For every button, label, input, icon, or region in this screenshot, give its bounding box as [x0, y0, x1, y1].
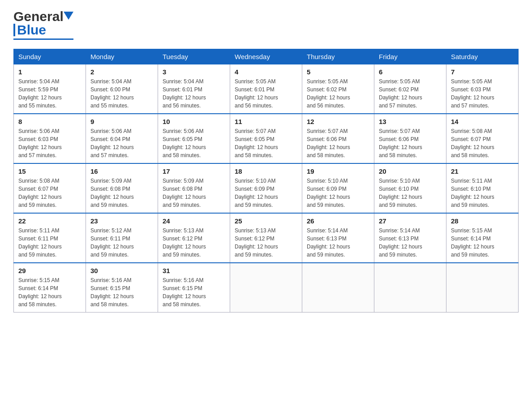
day-number: 25: [235, 217, 297, 225]
day-header-thursday: Thursday: [302, 49, 374, 64]
day-info: Sunrise: 5:05 AMSunset: 6:01 PMDaylight:…: [235, 77, 297, 110]
calendar-cell: 23Sunrise: 5:12 AMSunset: 6:11 PMDayligh…: [86, 213, 158, 263]
day-number: 9: [90, 118, 153, 125]
day-number: 24: [163, 217, 225, 225]
day-number: 3: [163, 68, 225, 76]
calendar-cell: 6Sunrise: 5:05 AMSunset: 6:02 PMDaylight…: [374, 64, 446, 114]
day-info: Sunrise: 5:13 AMSunset: 6:12 PMDaylight:…: [163, 227, 225, 259]
calendar-cell: 31Sunrise: 5:16 AMSunset: 6:15 PMDayligh…: [158, 263, 230, 313]
calendar-cell: [374, 263, 446, 313]
day-number: 6: [379, 68, 442, 76]
day-info: Sunrise: 5:06 AMSunset: 6:03 PMDaylight:…: [18, 127, 81, 159]
days-header-row: SundayMondayTuesdayWednesdayThursdayFrid…: [14, 49, 519, 64]
day-info: Sunrise: 5:10 AMSunset: 6:09 PMDaylight:…: [235, 177, 297, 209]
day-number: 17: [163, 167, 225, 175]
day-number: 13: [379, 118, 442, 125]
calendar-header: SundayMondayTuesdayWednesdayThursdayFrid…: [14, 49, 519, 64]
calendar-cell: 28Sunrise: 5:15 AMSunset: 6:14 PMDayligh…: [446, 213, 519, 263]
day-info: Sunrise: 5:07 AMSunset: 6:05 PMDaylight:…: [235, 127, 297, 159]
day-info: Sunrise: 5:13 AMSunset: 6:12 PMDaylight:…: [235, 227, 297, 259]
logo-underline: [13, 39, 73, 40]
day-number: 14: [451, 118, 514, 125]
day-info: Sunrise: 5:08 AMSunset: 6:07 PMDaylight:…: [18, 177, 81, 209]
day-number: 30: [90, 267, 153, 274]
day-info: Sunrise: 5:05 AMSunset: 6:02 PMDaylight:…: [307, 77, 369, 110]
calendar-cell: 25Sunrise: 5:13 AMSunset: 6:12 PMDayligh…: [230, 213, 302, 263]
week-row-2: 8Sunrise: 5:06 AMSunset: 6:03 PMDaylight…: [14, 114, 519, 163]
day-number: 10: [163, 118, 225, 125]
calendar-cell: 17Sunrise: 5:09 AMSunset: 6:08 PMDayligh…: [158, 163, 230, 213]
day-info: Sunrise: 5:04 AMSunset: 6:01 PMDaylight:…: [163, 77, 225, 110]
day-info: Sunrise: 5:06 AMSunset: 6:04 PMDaylight:…: [90, 127, 153, 159]
day-info: Sunrise: 5:11 AMSunset: 6:10 PMDaylight:…: [451, 177, 514, 209]
day-info: Sunrise: 5:06 AMSunset: 6:05 PMDaylight:…: [163, 127, 225, 159]
day-number: 16: [90, 167, 153, 175]
calendar-cell: 14Sunrise: 5:08 AMSunset: 6:07 PMDayligh…: [446, 114, 519, 163]
day-number: 1: [18, 68, 81, 76]
day-info: Sunrise: 5:16 AMSunset: 6:15 PMDaylight:…: [163, 276, 225, 308]
calendar-cell: 19Sunrise: 5:10 AMSunset: 6:09 PMDayligh…: [302, 163, 374, 213]
day-info: Sunrise: 5:12 AMSunset: 6:11 PMDaylight:…: [90, 227, 153, 259]
day-number: 11: [235, 118, 297, 125]
day-number: 12: [307, 118, 369, 125]
calendar-cell: 13Sunrise: 5:07 AMSunset: 6:06 PMDayligh…: [374, 114, 446, 163]
calendar-cell: 20Sunrise: 5:10 AMSunset: 6:10 PMDayligh…: [374, 163, 446, 213]
calendar-cell: 22Sunrise: 5:11 AMSunset: 6:11 PMDayligh…: [14, 213, 86, 263]
calendar-cell: 3Sunrise: 5:04 AMSunset: 6:01 PMDaylight…: [158, 64, 230, 114]
day-info: Sunrise: 5:10 AMSunset: 6:10 PMDaylight:…: [379, 177, 442, 209]
calendar-cell: 4Sunrise: 5:05 AMSunset: 6:01 PMDaylight…: [230, 64, 302, 114]
calendar-cell: 15Sunrise: 5:08 AMSunset: 6:07 PMDayligh…: [14, 163, 86, 213]
day-number: 31: [163, 267, 225, 274]
week-row-4: 22Sunrise: 5:11 AMSunset: 6:11 PMDayligh…: [14, 213, 519, 263]
calendar-cell: 8Sunrise: 5:06 AMSunset: 6:03 PMDaylight…: [14, 114, 86, 163]
day-number: 22: [18, 217, 81, 225]
day-info: Sunrise: 5:09 AMSunset: 6:08 PMDaylight:…: [163, 177, 225, 209]
logo-general-text: General: [13, 9, 64, 24]
calendar-cell: 24Sunrise: 5:13 AMSunset: 6:12 PMDayligh…: [158, 213, 230, 263]
day-info: Sunrise: 5:09 AMSunset: 6:08 PMDaylight:…: [90, 177, 153, 209]
day-header-saturday: Saturday: [446, 49, 519, 64]
calendar-cell: 30Sunrise: 5:16 AMSunset: 6:15 PMDayligh…: [86, 263, 158, 313]
calendar-cell: 11Sunrise: 5:07 AMSunset: 6:05 PMDayligh…: [230, 114, 302, 163]
day-number: 27: [379, 217, 442, 225]
day-info: Sunrise: 5:10 AMSunset: 6:09 PMDaylight:…: [307, 177, 369, 209]
day-number: 23: [90, 217, 153, 225]
day-info: Sunrise: 5:14 AMSunset: 6:13 PMDaylight:…: [379, 227, 442, 259]
calendar-cell: [302, 263, 374, 313]
day-info: Sunrise: 5:07 AMSunset: 6:06 PMDaylight:…: [307, 127, 369, 159]
day-info: Sunrise: 5:15 AMSunset: 6:14 PMDaylight:…: [18, 276, 81, 308]
day-number: 21: [451, 167, 514, 175]
day-number: 28: [451, 217, 514, 225]
calendar-body: 1Sunrise: 5:04 AMSunset: 5:59 PMDaylight…: [14, 64, 519, 313]
calendar-cell: 29Sunrise: 5:15 AMSunset: 6:14 PMDayligh…: [14, 263, 86, 313]
calendar-cell: 18Sunrise: 5:10 AMSunset: 6:09 PMDayligh…: [230, 163, 302, 213]
day-number: 19: [307, 167, 369, 175]
day-info: Sunrise: 5:07 AMSunset: 6:06 PMDaylight:…: [379, 127, 442, 159]
day-info: Sunrise: 5:08 AMSunset: 6:07 PMDaylight:…: [451, 127, 514, 159]
day-header-monday: Monday: [86, 49, 158, 64]
day-number: 29: [18, 267, 81, 274]
day-number: 5: [307, 68, 369, 76]
calendar-cell: 7Sunrise: 5:05 AMSunset: 6:03 PMDaylight…: [446, 64, 519, 114]
week-row-1: 1Sunrise: 5:04 AMSunset: 5:59 PMDaylight…: [14, 64, 519, 114]
day-number: 8: [18, 118, 81, 125]
calendar-cell: 9Sunrise: 5:06 AMSunset: 6:04 PMDaylight…: [86, 114, 158, 163]
page-header: General Blue: [13, 9, 519, 40]
calendar-cell: 26Sunrise: 5:14 AMSunset: 6:13 PMDayligh…: [302, 213, 374, 263]
calendar-cell: 27Sunrise: 5:14 AMSunset: 6:13 PMDayligh…: [374, 213, 446, 263]
day-info: Sunrise: 5:11 AMSunset: 6:11 PMDaylight:…: [18, 227, 81, 259]
day-number: 18: [235, 167, 297, 175]
week-row-3: 15Sunrise: 5:08 AMSunset: 6:07 PMDayligh…: [14, 163, 519, 213]
calendar-table: SundayMondayTuesdayWednesdayThursdayFrid…: [13, 49, 519, 313]
week-row-5: 29Sunrise: 5:15 AMSunset: 6:14 PMDayligh…: [14, 263, 519, 313]
calendar-cell: 2Sunrise: 5:04 AMSunset: 6:00 PMDaylight…: [86, 64, 158, 114]
day-info: Sunrise: 5:04 AMSunset: 5:59 PMDaylight:…: [18, 77, 81, 110]
day-info: Sunrise: 5:04 AMSunset: 6:00 PMDaylight:…: [90, 77, 153, 110]
calendar-cell: [446, 263, 519, 313]
calendar-cell: 5Sunrise: 5:05 AMSunset: 6:02 PMDaylight…: [302, 64, 374, 114]
day-number: 20: [379, 167, 442, 175]
calendar-cell: 10Sunrise: 5:06 AMSunset: 6:05 PMDayligh…: [158, 114, 230, 163]
logo: General Blue: [13, 9, 73, 40]
logo-triangle-icon: [64, 12, 73, 21]
day-number: 15: [18, 167, 81, 175]
